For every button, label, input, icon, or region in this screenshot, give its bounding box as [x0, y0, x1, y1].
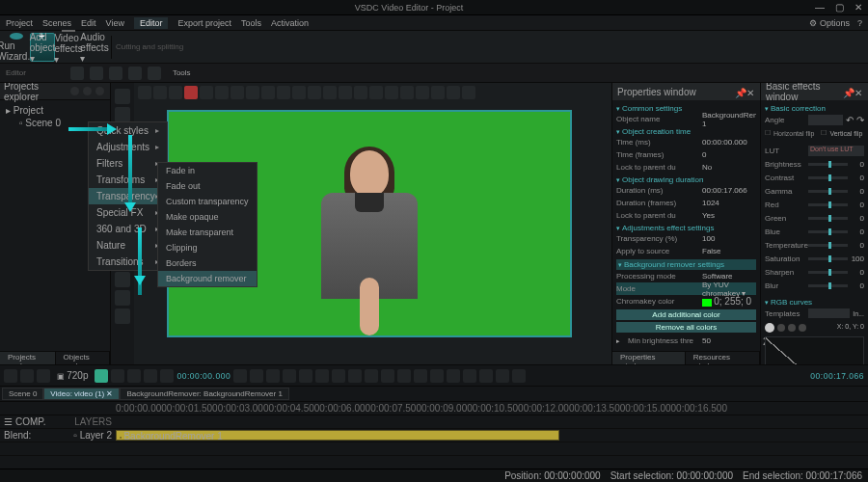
ptool-14[interactable] [339, 86, 352, 99]
tl-extra-6[interactable] [447, 369, 460, 383]
slider-gamma-track[interactable] [808, 190, 848, 193]
sec-adjust[interactable]: Adjustments effect settings [616, 224, 756, 232]
menu-view[interactable]: View [106, 18, 124, 28]
curve-channel-b[interactable] [799, 324, 806, 332]
vtool-1[interactable] [115, 89, 130, 104]
mute-icon[interactable] [160, 369, 174, 383]
close-icon[interactable]: ✕ [853, 2, 864, 13]
pause-icon[interactable] [127, 369, 141, 383]
fly-filters[interactable]: Filters▸ [89, 155, 167, 172]
redo-icon[interactable] [90, 67, 103, 80]
vtool-12[interactable] [115, 290, 130, 306]
slider-contrast-track[interactable] [808, 176, 848, 179]
vtool-13[interactable] [115, 308, 130, 324]
ptool-18[interactable] [400, 86, 414, 99]
options-button[interactable]: ⚙ Options [809, 18, 850, 28]
curve-channel-g[interactable] [788, 324, 796, 332]
fly-quick-styles[interactable]: Quick styles▸ [89, 122, 167, 139]
slider-blur-track[interactable] [808, 284, 848, 287]
menu-editor[interactable]: Editor [134, 17, 169, 29]
skip-fwd-icon[interactable] [348, 369, 362, 383]
fly-transitions[interactable]: Transitions▸ [89, 254, 167, 270]
fly-adjustments[interactable]: Adjustments▸ [89, 139, 167, 155]
ptool-12[interactable] [308, 86, 321, 99]
tl-extra-9[interactable] [496, 369, 509, 383]
lut-select[interactable]: Don't use LUT [808, 146, 864, 156]
tl-extra-5[interactable] [430, 369, 444, 383]
ptool-3[interactable] [169, 86, 182, 99]
tab-objects-explorer[interactable]: Objects explorer [56, 352, 110, 364]
sec-bgr[interactable]: Background remover settings [616, 259, 756, 270]
ptool-10[interactable] [277, 86, 290, 99]
tl-extra-4[interactable] [414, 369, 427, 383]
ptool-7[interactable] [231, 86, 244, 99]
curve-channel-r[interactable] [777, 324, 785, 332]
sec-basic-correction[interactable]: Basic correction [765, 104, 864, 113]
cut-icon[interactable] [109, 67, 122, 80]
menu-scenes[interactable]: Scenes [42, 18, 71, 28]
panel-btn-3[interactable] [95, 87, 104, 95]
ptool-21[interactable] [447, 86, 460, 99]
fly-specialfx[interactable]: Special FX▸ [89, 204, 167, 221]
slider-sharpen-track[interactable] [808, 271, 848, 274]
loop-icon[interactable] [144, 369, 157, 383]
slider-blue-track[interactable] [808, 230, 848, 233]
pin-icon-2[interactable]: 📌 [843, 88, 852, 96]
fly-360-3d[interactable]: 360 and 3D▸ [89, 221, 167, 237]
fly-fade-out[interactable]: Fade out [158, 178, 257, 194]
minimize-icon[interactable]: — [814, 2, 826, 13]
tl-resolution[interactable]: ▣ 720p [57, 370, 88, 381]
sec-drawing[interactable]: Object drawing duration [616, 175, 756, 184]
video-effects-button[interactable]: Video effects ▾ [56, 33, 81, 62]
ptool-22[interactable] [462, 86, 475, 99]
prop-chromakey-color[interactable]: Chromakey color 0; 255; 0 [616, 295, 756, 308]
slider-temperature-track[interactable] [808, 244, 848, 247]
fly-clipping[interactable]: Clipping [158, 240, 257, 255]
sec-rgb-curves[interactable]: RGB curves [765, 298, 864, 307]
sec-creation[interactable]: Object creation time [616, 127, 756, 136]
fly-nature[interactable]: Nature▸ [89, 237, 167, 254]
prop-mode[interactable]: ModeBy YUV chromakey ▾ [616, 282, 756, 295]
ptool-19[interactable] [416, 86, 429, 99]
remove-colors-button[interactable]: Remove all colors [616, 322, 756, 333]
tl-fit-icon[interactable] [37, 369, 50, 383]
ptool-17[interactable] [385, 86, 398, 99]
tl-tab-scene0[interactable]: Scene 0 [2, 388, 43, 400]
copy-icon[interactable] [128, 67, 142, 80]
fly-custom-transparency[interactable]: Custom transparency [158, 194, 257, 209]
slider-saturation-track[interactable] [808, 257, 848, 260]
fly-fade-in[interactable]: Fade in [158, 163, 257, 178]
menu-activation[interactable]: Activation [271, 18, 309, 28]
rgb-curve-editor[interactable] [765, 336, 864, 364]
fly-transforms[interactable]: Transforms▸ [89, 172, 167, 188]
ptool-16[interactable] [369, 86, 383, 99]
undo-icon[interactable] [70, 67, 84, 80]
menu-edit[interactable]: Edit [81, 18, 96, 28]
fly-background-remover[interactable]: Background remover [158, 271, 257, 286]
tl-zoom-in-icon[interactable] [20, 369, 34, 383]
ptool-9[interactable] [261, 86, 275, 99]
tl-extra-3[interactable] [397, 369, 411, 383]
ptool-5[interactable] [200, 86, 213, 99]
ptool-15[interactable] [354, 86, 367, 99]
tab-properties[interactable]: Properties window [612, 352, 686, 364]
prev-frame-icon[interactable] [250, 369, 263, 383]
audio-effects-button[interactable]: Audio effects ▾ [82, 33, 107, 62]
slider-brightness-track[interactable] [808, 163, 848, 166]
step-back-icon[interactable] [299, 369, 312, 383]
ptool-11[interactable] [292, 86, 306, 99]
ptool-8[interactable] [246, 86, 259, 99]
vtool-2[interactable] [115, 107, 130, 122]
fly-transparency[interactable]: Transparency▸ [89, 188, 167, 204]
maximize-icon[interactable]: ▢ [833, 2, 845, 13]
ptool-13[interactable] [323, 86, 337, 99]
curve-channel-rgb[interactable] [765, 323, 774, 333]
play-icon[interactable] [95, 369, 108, 383]
close-panel-icon[interactable]: ✕ [746, 88, 755, 96]
step-fwd-icon[interactable] [315, 369, 329, 383]
panel-btn-1[interactable] [70, 87, 79, 95]
rotate-ccw-icon[interactable]: ↶ [846, 115, 854, 125]
pin-icon[interactable]: 📌 [735, 88, 744, 96]
tl-tab-video1[interactable]: Video: video (1) ✕ [43, 388, 120, 400]
panel-btn-2[interactable] [83, 87, 92, 95]
